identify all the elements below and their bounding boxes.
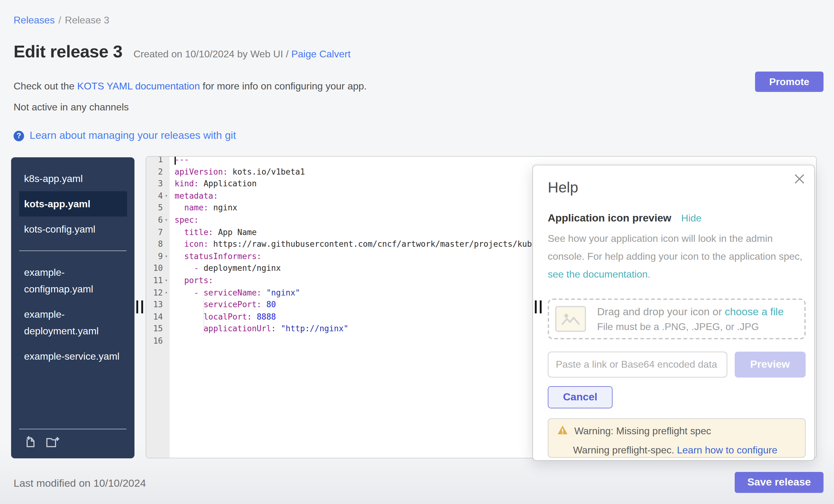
file-tree-sidebar: k8s-app.yamlkots-app.yamlkots-config.yam… [11, 157, 134, 458]
line-number: 15 [146, 323, 170, 335]
kots-yaml-doc-link[interactable]: KOTS YAML documentation [77, 81, 200, 91]
line-number: 9▾ [146, 250, 170, 262]
line-number: 4▾ [146, 190, 170, 202]
sidebar-divider [19, 429, 127, 429]
warning-detail-text: Warning preflight-spec. [573, 445, 677, 455]
file-item[interactable]: example-configmap.yaml [19, 260, 127, 302]
fold-spacer [163, 238, 170, 250]
code-line[interactable]: 1--- [146, 156, 816, 166]
file-item[interactable]: k8s-app.yaml [19, 166, 127, 191]
choose-file-link[interactable]: choose a file [725, 306, 784, 317]
sidebar-bottom [11, 420, 134, 458]
fold-spacer [163, 262, 170, 275]
dropzone-filetypes: File must be a .PNG, .JPEG, or .JPG [597, 321, 784, 332]
breadcrumb-current: Release 3 [65, 15, 109, 25]
warning-box: Warning: Missing preflight spec Warning … [548, 418, 806, 458]
help-panel-resize-handle[interactable] [535, 301, 542, 313]
git-help-row: ? Learn about managing your releases wit… [14, 130, 236, 142]
file-list: k8s-app.yamlkots-app.yamlkots-config.yam… [11, 166, 134, 369]
breadcrumb-separator: / [58, 15, 61, 25]
file-item[interactable]: kots-app.yaml [19, 191, 127, 217]
fold-arrow-icon[interactable]: ▾ [163, 190, 170, 202]
save-release-button[interactable]: Save release [735, 472, 824, 493]
git-releases-link[interactable]: Learn about managing your releases with … [29, 130, 236, 142]
file-item[interactable]: example-deployment.yaml [19, 302, 127, 344]
fold-spacer [163, 202, 170, 214]
doc-suffix: for more info on configuring your app. [200, 81, 367, 91]
fold-spacer [163, 299, 170, 311]
help-title: Help [548, 179, 806, 196]
line-number: 2 [146, 166, 170, 178]
fold-spacer [163, 311, 170, 323]
line-number: 11▾ [146, 275, 170, 287]
dropzone-text: Drag and drop your icon or choose a file [597, 306, 784, 318]
fold-arrow-icon[interactable]: ▾ [163, 214, 170, 226]
fold-spacer [163, 166, 170, 178]
line-number: 8 [146, 238, 170, 250]
created-text: Created on 10/10/2024 by Web UI / [134, 49, 291, 59]
warning-title: Warning: Missing preflight spec [574, 426, 711, 437]
page-title: Edit release 3 [14, 42, 123, 62]
help-description: See how your application icon will look … [548, 229, 809, 283]
fold-spacer [163, 156, 170, 166]
line-number: 6▾ [146, 214, 170, 226]
file-item[interactable]: example-service.yaml [19, 344, 127, 369]
preview-button[interactable]: Preview [734, 352, 806, 377]
hide-link[interactable]: Hide [681, 213, 702, 224]
last-modified-text: Last modified on 10/10/2024 [14, 478, 146, 490]
fold-arrow-icon[interactable]: ▾ [163, 275, 170, 287]
help-panel: Help Application icon preview Hide See h… [532, 165, 815, 461]
image-placeholder-icon [555, 306, 586, 332]
close-icon[interactable] [793, 173, 806, 185]
author-link[interactable]: Paige Calvert [291, 49, 350, 59]
fold-arrow-icon[interactable]: ▾ [163, 250, 170, 262]
line-number: 3 [146, 178, 170, 190]
line-number: 1 [146, 156, 170, 166]
dropzone-text-prefix: Drag and drop your icon or [597, 306, 725, 317]
file-list-divider [19, 250, 127, 251]
channel-status: Not active in any channels [14, 102, 129, 113]
line-number: 14 [146, 311, 170, 323]
fold-spacer [163, 323, 170, 335]
title-row: Edit release 3 Created on 10/10/2024 by … [14, 42, 351, 62]
icon-url-input[interactable] [548, 352, 727, 377]
fold-spacer [163, 178, 170, 190]
line-number: 13 [146, 299, 170, 311]
page: Releases/Release 3 Edit release 3 Create… [0, 0, 834, 504]
line-number: 16 [146, 335, 170, 347]
learn-configure-link[interactable]: Learn how to configure [677, 445, 777, 455]
cancel-button[interactable]: Cancel [548, 386, 613, 409]
warning-detail: Warning preflight-spec. Learn how to con… [573, 443, 796, 457]
text-cursor [175, 157, 175, 165]
doc-prefix: Check out the [14, 81, 77, 91]
line-number: 7 [146, 226, 170, 238]
add-folder-icon[interactable] [46, 436, 61, 451]
add-file-icon[interactable] [24, 436, 37, 451]
breadcrumb: Releases/Release 3 [14, 15, 109, 26]
sidebar-resize-handle[interactable] [136, 301, 143, 313]
icon-preview-heading: Application icon preview [548, 212, 672, 224]
see-documentation-link[interactable]: see the documentation [548, 269, 648, 280]
file-item[interactable]: kots-config.yaml [19, 217, 127, 242]
created-meta: Created on 10/10/2024 by Web UI / Paige … [134, 49, 351, 60]
breadcrumb-releases-link[interactable]: Releases [14, 15, 54, 25]
question-icon: ? [14, 130, 24, 141]
warning-icon [557, 425, 568, 437]
help-description-text: See how your application icon will look … [548, 233, 802, 262]
doc-row: Check out the KOTS YAML documentation fo… [14, 81, 367, 92]
line-number: 5 [146, 202, 170, 214]
fold-arrow-icon[interactable]: ▾ [163, 287, 170, 299]
icon-dropzone[interactable]: Drag and drop your icon or choose a file… [548, 299, 806, 339]
fold-spacer [163, 335, 170, 347]
promote-button[interactable]: Promote [755, 71, 824, 92]
line-number: 12▾ [146, 287, 170, 299]
help-description-period: . [648, 269, 651, 280]
fold-spacer [163, 226, 170, 238]
line-number: 10 [146, 262, 170, 275]
